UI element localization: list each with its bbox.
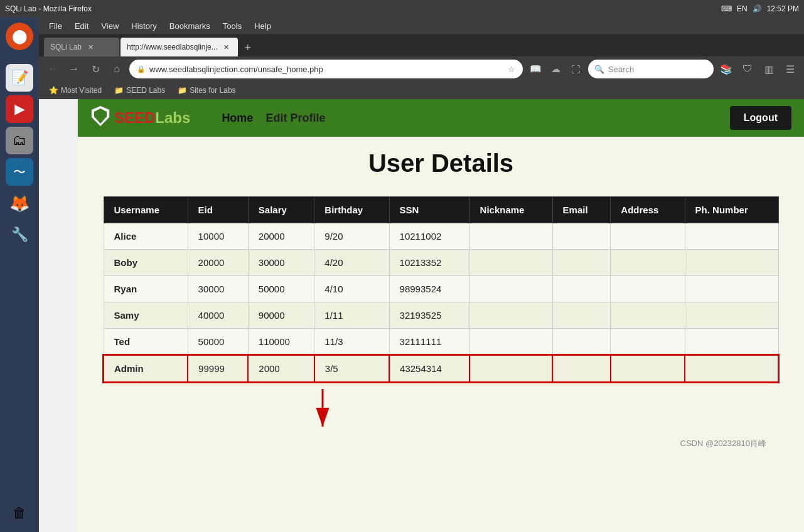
menu-bookmarks[interactable]: Bookmarks xyxy=(164,20,215,32)
nav-home[interactable]: Home xyxy=(222,112,253,125)
logo-text: SEEDLabs xyxy=(114,109,190,127)
cell-r1-c7 xyxy=(611,250,685,276)
site-logo: SEEDLabs xyxy=(90,105,190,131)
nav-edit-profile[interactable]: Edit Profile xyxy=(265,112,325,125)
cell-r1-c1: 20000 xyxy=(188,250,248,276)
cell-r2-c6 xyxy=(552,276,611,302)
cell-r3-c3: 1/11 xyxy=(314,302,389,329)
url-bar[interactable]: 🔒 www.seedlabsqlinjection.com/unsafe_hom… xyxy=(129,60,523,78)
home-button[interactable]: ⌂ xyxy=(108,60,126,78)
cell-r0-c6 xyxy=(552,223,611,250)
bookmark-sites-for-labs[interactable]: 📁 Sites for Labs xyxy=(173,85,240,96)
cell-r3-c6 xyxy=(552,302,611,329)
menu-button[interactable]: ☰ xyxy=(781,60,799,78)
browser-toolbar-icons: 📖 ☁ ⛶ xyxy=(527,60,584,78)
address-bar: ← → ↻ ⌂ 🔒 www.seedlabsqlinjection.com/un… xyxy=(39,56,804,82)
menu-help[interactable]: Help xyxy=(249,20,276,32)
file-manager-icon[interactable]: 🗂 xyxy=(6,127,33,154)
menu-edit[interactable]: Edit xyxy=(70,20,94,32)
cell-r5-c0: Admin xyxy=(104,355,188,382)
firefox-icon[interactable]: 🦊 xyxy=(6,189,33,217)
browser-viewport: SEEDLabs Home Edit Profile Logout User D… xyxy=(78,99,804,532)
reader-view-icon[interactable]: 📖 xyxy=(527,60,544,78)
cell-r2-c4: 98993524 xyxy=(389,276,469,302)
cell-r4-c4: 32111111 xyxy=(389,329,469,356)
site-header: SEEDLabs Home Edit Profile Logout xyxy=(78,99,804,137)
wireshark-icon[interactable]: 〜 xyxy=(6,158,33,186)
cell-r1-c5 xyxy=(469,250,552,276)
cell-r4-c7 xyxy=(611,329,685,356)
bookmark-most-visited[interactable]: ⭐ Most Visited xyxy=(44,85,107,96)
lock-icon: 🔒 xyxy=(137,65,146,73)
cell-r2-c3: 4/10 xyxy=(314,276,389,302)
cell-r2-c2: 50000 xyxy=(248,276,314,302)
cell-r2-c1: 30000 xyxy=(188,276,248,302)
bookmark-star-icon[interactable]: ☆ xyxy=(508,65,515,74)
cell-r0-c2: 20000 xyxy=(248,223,314,250)
bookmarks-bar: ⭐ Most Visited 📁 SEED Labs 📁 Sites for L… xyxy=(39,82,804,99)
refresh-button[interactable]: ↻ xyxy=(87,60,104,78)
tab-seedlabs[interactable]: http://www.seedlabsqlinje... ✕ xyxy=(121,38,238,56)
url-text: www.seedlabsqlinjection.com/unsafe_home.… xyxy=(149,65,504,74)
col-birthday: Birthday xyxy=(314,197,389,223)
col-phone: Ph. Number xyxy=(685,197,778,223)
cell-r3-c0: Samy xyxy=(104,302,188,329)
most-visited-icon: ⭐ xyxy=(49,86,58,95)
clock: 12:52 PM xyxy=(767,4,799,13)
menu-bar: File Edit View History Bookmarks Tools H… xyxy=(39,18,804,34)
volume-icon: 🔊 xyxy=(753,4,762,13)
cell-r3-c4: 32193525 xyxy=(389,302,469,329)
col-eid: Eid xyxy=(188,197,248,223)
new-tab-button[interactable]: + xyxy=(239,39,257,56)
logout-button[interactable]: Logout xyxy=(730,106,791,130)
bookmark-seed-labs[interactable]: 📁 SEED Labs xyxy=(109,85,170,96)
cell-r5-c2: 2000 xyxy=(248,355,314,382)
cell-r0-c4: 10211002 xyxy=(389,223,469,250)
col-username: Username xyxy=(104,197,188,223)
site-content: User Details Username Eid Salary Birthda… xyxy=(78,137,804,513)
tab-seedlabs-close[interactable]: ✕ xyxy=(222,42,232,52)
cell-r0-c7 xyxy=(611,223,685,250)
table-row: Alice10000200009/2010211002 xyxy=(104,223,778,250)
cell-r5-c4: 43254314 xyxy=(389,355,469,382)
menu-history[interactable]: History xyxy=(126,20,161,32)
browser-chrome: File Edit View History Bookmarks Tools H… xyxy=(39,18,804,532)
site-nav: Home Edit Profile xyxy=(203,112,717,125)
table-row: Ted5000011000011/332111111 xyxy=(104,329,778,356)
text-editor-icon[interactable]: 📝 xyxy=(6,64,33,92)
keyboard-icon: ⌨ xyxy=(721,4,732,13)
cell-r1-c3: 4/20 xyxy=(314,250,389,276)
full-screen-icon[interactable]: ⛶ xyxy=(567,60,584,78)
tab-sqli-lab-close[interactable]: ✕ xyxy=(85,42,95,52)
sync-icon[interactable]: ☁ xyxy=(547,60,564,78)
cell-r2-c8 xyxy=(685,276,778,302)
url-actions: ☆ xyxy=(508,65,515,74)
page-title: User Details xyxy=(103,149,779,178)
trash-icon[interactable]: 🗑 xyxy=(6,499,33,527)
menu-view[interactable]: View xyxy=(96,20,124,32)
sidebar-toggle-icon[interactable]: ▥ xyxy=(760,60,778,78)
os-topbar-left: SQLi Lab - Mozilla Firefox xyxy=(5,4,92,13)
cell-r5-c7 xyxy=(611,355,685,382)
menu-file[interactable]: File xyxy=(44,20,67,32)
cell-r0-c3: 9/20 xyxy=(314,223,389,250)
terminal-icon[interactable]: ▶ xyxy=(6,95,33,123)
settings-icon[interactable]: 🔧 xyxy=(6,221,33,248)
menu-tools[interactable]: Tools xyxy=(218,20,247,32)
library-icon[interactable]: 📚 xyxy=(717,60,735,78)
back-button[interactable]: ← xyxy=(44,60,62,78)
cell-r1-c8 xyxy=(685,250,778,276)
cell-r4-c1: 50000 xyxy=(188,329,248,356)
private-icon[interactable]: 🛡 xyxy=(739,60,756,78)
arrow-annotation xyxy=(103,383,779,433)
cell-r0-c0: Alice xyxy=(104,223,188,250)
col-email: Email xyxy=(552,197,611,223)
seed-labs-folder-icon: 📁 xyxy=(114,86,124,95)
table-row: Ryan30000500004/1098993524 xyxy=(104,276,778,302)
search-bar[interactable]: 🔍 Search xyxy=(588,60,714,78)
tab-sqli-lab[interactable]: SQLi Lab ✕ xyxy=(44,38,119,56)
cell-r3-c2: 90000 xyxy=(248,302,314,329)
red-arrow-svg xyxy=(285,383,360,433)
ubuntu-icon[interactable]: ⬤ xyxy=(6,23,33,50)
forward-button[interactable]: → xyxy=(65,60,83,78)
